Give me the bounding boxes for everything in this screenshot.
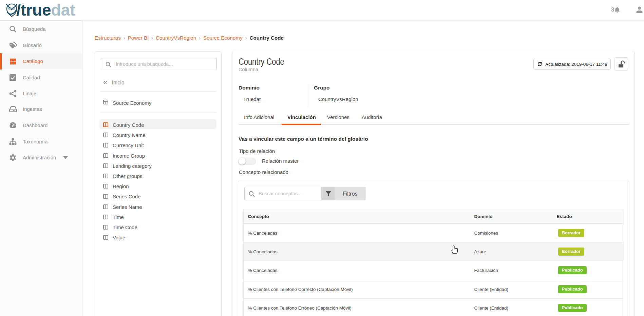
svg-text:/truedat: /truedat [16, 3, 75, 19]
